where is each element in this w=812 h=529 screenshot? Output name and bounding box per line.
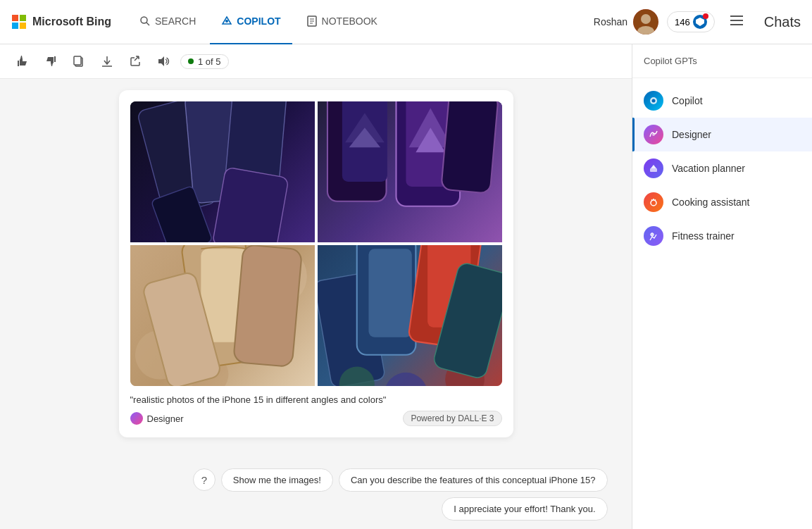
svg-rect-29 [212,167,289,242]
notebook-icon [306,15,318,27]
suggestion-describe-features[interactable]: Can you describe the features of this co… [339,468,608,492]
svg-rect-35 [441,101,499,194]
main-content: 1 of 5 [0,44,812,529]
share-button[interactable] [124,50,146,73]
sidebar-item-cooking[interactable]: Cooking assistant [632,185,812,219]
copy-icon [73,55,85,68]
svg-rect-2 [12,23,18,29]
logo[interactable]: Microsoft Bing [11,14,111,30]
sound-icon [157,55,170,68]
rewards-icon [693,15,707,29]
sidebar: Copilot GPTs Copilot Des [632,44,812,529]
sidebar-item-copilot-label: Copilot [672,95,703,106]
thumbs-up-icon [16,55,29,68]
chats-title: Chats [764,14,801,30]
vacation-inner-icon [649,163,658,173]
phones-rose-image [130,245,315,386]
download-icon [101,55,113,68]
svg-line-5 [146,23,149,25]
designer-icon [130,412,143,425]
rewards-count: 146 [675,17,690,27]
sidebar-item-vacation-label: Vacation planner [672,163,745,174]
bing-logo-icon [11,14,27,30]
phones-mountain-image [318,101,502,242]
svg-marker-58 [651,165,656,168]
toolbar: 1 of 5 [0,44,632,79]
rewards-dot [703,13,708,19]
designer-label: Designer [147,413,184,424]
svg-point-64 [651,234,653,235]
sidebar-item-fitness-label: Fitness trainer [672,230,735,242]
svg-point-56 [652,133,655,136]
question-icon[interactable]: ? [193,468,216,491]
image-1[interactable] [130,101,315,242]
sidebar-item-designer-label: Designer [672,129,711,140]
cooking-gpt-icon [644,192,663,212]
svg-point-55 [652,99,656,103]
image-2[interactable] [318,101,502,242]
download-button[interactable] [96,50,118,73]
designer-badge: Designer [130,412,184,425]
copy-button[interactable] [68,50,90,73]
cooking-inner-icon [649,197,658,207]
sound-button[interactable] [152,50,175,73]
sidebar-item-copilot[interactable]: Copilot [632,84,812,118]
sidebar-item-designer[interactable]: Designer [632,118,812,151]
username: Roshan [594,16,627,27]
hamburger-icon [729,13,744,28]
vacation-gpt-icon [644,158,663,178]
dalle-badge: Powered by DALL·E 3 [403,411,501,426]
fitness-gpt-icon [644,226,663,246]
image-4[interactable] [318,245,502,386]
designer-inner-icon [649,130,658,139]
fitness-inner-icon [649,231,658,241]
svg-rect-42 [233,245,302,367]
dislike-button[interactable] [39,50,62,73]
messages-area: "realistic photos of the iPhone 15 in di… [0,79,632,460]
svg-point-4 [141,17,147,23]
sidebar-item-cooking-label: Cooking assistant [672,197,750,208]
page-counter: 1 of 5 [180,54,229,69]
page-label: 1 of 5 [198,56,221,67]
copilot-nav-icon [221,15,232,27]
svg-rect-47 [368,249,411,337]
avatar[interactable] [633,9,658,35]
menu-button[interactable] [723,7,750,37]
svg-point-7 [225,20,228,23]
copilot-gpt-icon [644,91,663,111]
image-3[interactable] [130,245,315,386]
svg-point-13 [641,14,651,24]
search-icon [139,15,151,27]
tab-notebook[interactable]: NOTEBOOK [295,0,389,44]
image-caption: "realistic photos of the iPhone 15 in di… [130,394,502,405]
svg-rect-0 [12,15,18,21]
suggestion-appreciate[interactable]: I appreciate your effort! Thank you. [442,497,607,521]
tab-search[interactable]: SEARCH [128,0,207,44]
sidebar-item-vacation[interactable]: Vacation planner [632,151,812,185]
suggestion-show-images[interactable]: Show me the images! [221,468,333,492]
suggestions-row-2: I appreciate your effort! Thank you. [442,497,607,521]
svg-point-59 [651,200,656,206]
svg-marker-15 [696,18,704,26]
rewards-badge[interactable]: 146 [667,11,715,32]
svg-rect-20 [74,56,81,65]
suggestions-area: ? Show me the images! Can you describe t… [13,460,619,529]
user-info: Roshan [594,9,658,35]
page-status-dot [188,58,194,64]
avatar-image [633,9,658,35]
header: Microsoft Bing SEARCH COPILOT NOTEBOOK R… [0,0,812,44]
sidebar-header: Copilot GPTs [632,44,812,78]
sidebar-items: Copilot Designer Vacat [632,78,812,259]
nav-tabs: SEARCH COPILOT NOTEBOOK [128,0,389,44]
sidebar-item-fitness[interactable]: Fitness trainer [632,219,812,253]
like-button[interactable] [11,50,34,73]
share-icon [129,55,142,68]
phones-colorful-image [318,245,502,386]
thumbs-down-icon [44,55,57,68]
copilot-inner-icon [649,96,658,106]
svg-marker-23 [158,56,164,66]
chat-area: 1 of 5 [0,44,632,529]
svg-rect-1 [20,15,26,21]
svg-rect-57 [650,168,657,172]
tab-copilot[interactable]: COPILOT [210,0,292,44]
